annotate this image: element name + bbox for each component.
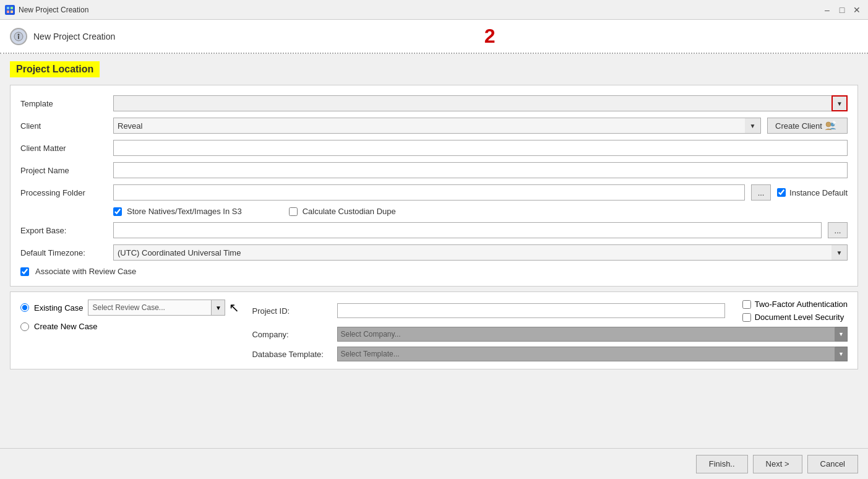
timezone-row: Default Timezone: (UTC) Coordinated Univ… xyxy=(20,244,848,261)
store-natives-checkbox[interactable] xyxy=(113,207,122,216)
export-base-label: Export Base: xyxy=(20,226,107,235)
associate-review-row: Associate with Review Case xyxy=(20,267,848,276)
review-case-input[interactable] xyxy=(88,300,212,316)
svg-rect-3 xyxy=(11,11,13,13)
timezone-dropdown-arrow[interactable]: ▼ xyxy=(831,244,848,261)
main-content: Project Location Template -Default Setti… xyxy=(0,54,868,448)
timezone-select[interactable]: (UTC) Coordinated Universal Time (UTC-05… xyxy=(113,244,848,261)
new-case-label: Create New Case xyxy=(34,322,98,331)
company-label: Company: xyxy=(252,330,332,339)
case-section: Existing Case ▼ ↖ Create New Case xyxy=(20,300,848,361)
client-matter-label: Client Matter xyxy=(20,144,107,153)
review-case-dropdown-arrow[interactable]: ▼ xyxy=(212,300,225,316)
svg-point-7 xyxy=(826,122,831,127)
cursor-area: ↖ xyxy=(229,301,239,314)
associate-review-checkbox[interactable] xyxy=(20,267,29,276)
processing-folder-label: Processing Folder xyxy=(20,188,107,197)
doc-security-checkbox[interactable] xyxy=(742,313,751,322)
export-base-browse-button[interactable]: ... xyxy=(828,222,848,238)
next-button[interactable]: Next > xyxy=(753,455,802,473)
template-dropdown-arrow[interactable]: ▼ xyxy=(831,95,848,111)
db-template-display: Select Template... xyxy=(337,347,835,361)
case-radio-group: Existing Case ▼ ↖ Create New Case xyxy=(20,300,239,331)
two-factor-option: Two-Factor Authentication xyxy=(742,300,848,309)
timezone-label: Default Timezone: xyxy=(20,248,107,257)
title-bar-controls: – □ ✕ xyxy=(821,4,863,16)
existing-case-radio[interactable] xyxy=(20,303,29,312)
template-row: Template -Default Settings- ▼ xyxy=(20,95,848,111)
svg-point-5 xyxy=(18,33,20,35)
window-title: New Project Creation xyxy=(19,6,88,14)
company-dropdown-arrow[interactable]: ▼ xyxy=(835,327,848,342)
finish-button[interactable]: Finish.. xyxy=(696,455,748,473)
store-natives-row: Store Natives/Text/Images In S3 Calculat… xyxy=(113,207,848,216)
project-id-input[interactable] xyxy=(337,303,724,318)
new-case-radio[interactable] xyxy=(20,322,29,331)
db-template-dropdown-arrow[interactable]: ▼ xyxy=(835,347,848,361)
case-section-panel: Existing Case ▼ ↖ Create New Case xyxy=(10,291,858,369)
footer: Finish.. Next > Cancel xyxy=(0,448,868,479)
template-input[interactable]: -Default Settings- xyxy=(113,95,848,111)
cancel-button[interactable]: Cancel xyxy=(807,455,858,473)
calculate-custodian-checkbox[interactable] xyxy=(289,207,298,216)
form-panel: Template -Default Settings- ▼ Client Rev… xyxy=(10,85,858,287)
doc-security-label: Document Level Security xyxy=(755,313,844,322)
instance-default-label: Instance Default xyxy=(789,188,848,197)
dialog-title: New Project Creation xyxy=(33,32,115,41)
existing-case-group: Existing Case ▼ ↖ xyxy=(20,300,239,316)
two-factor-checkbox[interactable] xyxy=(742,300,751,309)
dialog-icon xyxy=(10,28,27,45)
project-id-row: Project ID: Two-Factor Authentication Do… xyxy=(252,300,848,322)
close-button[interactable]: ✕ xyxy=(851,4,863,16)
minimize-button[interactable]: – xyxy=(821,4,833,16)
template-label: Template xyxy=(20,99,107,108)
client-matter-row: Client Matter 99999-0017 xyxy=(20,140,848,156)
step-number: 2 xyxy=(484,25,496,48)
export-base-input[interactable] xyxy=(113,222,822,238)
timezone-select-wrapper: (UTC) Coordinated Universal Time (UTC-05… xyxy=(113,244,848,261)
processing-folder-row: Processing Folder ... Instance Default xyxy=(20,184,848,201)
project-name-input[interactable]: Newco2022 xyxy=(113,162,848,178)
doc-security-option: Document Level Security xyxy=(742,313,848,322)
client-row: Client Reveal ▼ Create Client xyxy=(20,118,848,134)
maximize-button[interactable]: □ xyxy=(836,4,848,16)
new-case-group: Create New Case xyxy=(20,322,239,331)
calculate-custodian-label: Calculate Custodian Dupe xyxy=(303,207,396,216)
title-bar: New Project Creation – □ ✕ xyxy=(0,0,868,20)
title-bar-left: New Project Creation xyxy=(5,5,88,15)
create-client-button[interactable]: Create Client xyxy=(767,118,848,134)
instance-default-row: Instance Default xyxy=(777,188,848,197)
company-row: Company: Select Company... ▼ xyxy=(252,327,848,342)
template-select-wrapper: -Default Settings- ▼ xyxy=(113,95,848,111)
svg-rect-0 xyxy=(7,7,9,9)
processing-folder-browse-button[interactable]: ... xyxy=(751,184,771,201)
associate-review-label: Associate with Review Case xyxy=(35,267,136,276)
svg-rect-2 xyxy=(7,11,9,13)
dialog-header: New Project Creation 2 xyxy=(0,20,868,54)
processing-folder-input[interactable] xyxy=(113,184,745,201)
db-template-row: Database Template: Select Template... ▼ xyxy=(252,347,848,361)
store-natives-label: Store Natives/Text/Images In S3 xyxy=(127,207,242,216)
client-dropdown-arrow[interactable]: ▼ xyxy=(745,118,761,134)
client-matter-input[interactable]: 99999-0017 xyxy=(113,140,848,156)
step-indicator: 2 xyxy=(121,25,858,48)
project-name-label: Project Name xyxy=(20,166,107,175)
company-select-wrapper: Select Company... ▼ xyxy=(337,327,848,342)
review-case-select-wrapper: ▼ xyxy=(88,300,225,316)
app-icon xyxy=(5,5,15,15)
project-name-row: Project Name Newco2022 xyxy=(20,162,848,178)
client-label: Client xyxy=(20,121,107,131)
company-display: Select Company... xyxy=(337,327,835,342)
db-template-label: Database Template: xyxy=(252,350,332,359)
client-select[interactable]: Reveal xyxy=(113,118,761,134)
export-base-row: Export Base: ... xyxy=(20,222,848,238)
db-template-select-wrapper: Select Template... ▼ xyxy=(337,347,848,361)
section-title: Project Location xyxy=(10,61,100,77)
existing-case-label: Existing Case xyxy=(34,303,83,313)
svg-rect-1 xyxy=(11,7,13,9)
two-factor-label: Two-Factor Authentication xyxy=(755,300,848,309)
project-info-group: Project ID: Two-Factor Authentication Do… xyxy=(252,300,848,361)
create-client-icon xyxy=(825,120,836,131)
svg-rect-6 xyxy=(18,36,19,39)
instance-default-checkbox[interactable] xyxy=(777,188,786,197)
